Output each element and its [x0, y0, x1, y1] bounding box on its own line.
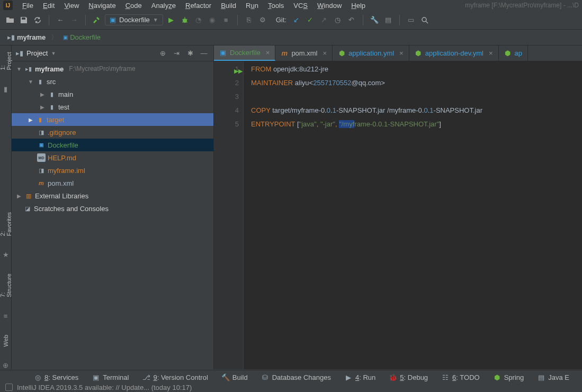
locate-icon[interactable]: ⊕	[157, 48, 168, 59]
gutter[interactable]: ▶▶ 1 2 3 4 5	[214, 61, 244, 369]
menu-view[interactable]: View	[64, 2, 79, 10]
tree-main[interactable]: ▶ ▮ main	[12, 88, 213, 101]
arrow-right-icon[interactable]: ▶	[16, 193, 22, 199]
run-config-selector[interactable]: ▣ Dockerfile ▼	[105, 14, 163, 25]
tool-javae[interactable]: ▤Java E	[538, 373, 569, 381]
toolwindow-toggle-icon[interactable]	[5, 384, 13, 391]
tree-helpmd[interactable]: MD HELP.md	[12, 151, 213, 164]
tree-target[interactable]: ▶ ▮ target	[12, 113, 213, 126]
breadcrumb-root[interactable]: ▸▮ myframe	[4, 32, 49, 42]
menu-refactor[interactable]: Refactor	[185, 2, 211, 10]
project-structure-icon[interactable]: ▤	[382, 14, 394, 26]
menu-tools[interactable]: Tools	[268, 2, 284, 10]
tree-gitignore[interactable]: ◨ .gitignore	[12, 126, 213, 139]
tool-run[interactable]: ▶4: Run	[345, 373, 375, 381]
close-icon[interactable]: ×	[489, 49, 493, 57]
tool-terminal[interactable]: ▣Terminal	[92, 373, 129, 381]
collapse-icon[interactable]: ⇥	[171, 48, 182, 59]
bookmark-icon[interactable]: ▮	[2, 85, 10, 93]
line-number[interactable]: 3	[214, 90, 239, 104]
menu-edit[interactable]: Edit	[43, 2, 55, 10]
tab-pom[interactable]: m pom.xml ×	[275, 45, 333, 61]
stop-icon[interactable]: ■	[220, 14, 232, 26]
git-history-icon[interactable]: ◷	[332, 14, 344, 26]
chevron-down-icon[interactable]: ▼	[51, 51, 56, 56]
open-icon[interactable]	[4, 14, 16, 26]
line-number[interactable]: 4	[214, 104, 239, 117]
tree-pom[interactable]: m pom.xml	[12, 177, 213, 189]
close-icon[interactable]: ×	[323, 49, 327, 57]
menu-help[interactable]: Help	[351, 2, 365, 10]
presentation-icon[interactable]: ▭	[405, 14, 417, 26]
back-icon[interactable]: ←	[55, 14, 66, 26]
tool-db[interactable]: ⛁Database Changes	[262, 373, 331, 381]
code-area[interactable]: ▶▶ 1 2 3 4 5 FROM openjdk:8u212-jreMAINT…	[214, 61, 582, 369]
arrow-right-icon[interactable]: ▶	[39, 104, 46, 110]
menu-navigate[interactable]: Navigate	[88, 2, 115, 10]
tab-application-yml[interactable]: ⬢ application.yml ×	[333, 45, 409, 61]
status-message[interactable]: IntelliJ IDEA 2019.3.5 available: // Upd…	[17, 384, 192, 391]
menu-vcs[interactable]: VCS	[293, 2, 308, 10]
tree-dockerfile[interactable]: ▣ Dockerfile	[12, 139, 213, 151]
tool-debug[interactable]: 🐞5: Debug	[389, 373, 428, 381]
tool-services[interactable]: ◎8: Services	[34, 373, 78, 381]
tool-project[interactable]: 1: Project	[0, 49, 12, 72]
breadcrumb-file[interactable]: ▣ Dockerfile	[60, 32, 104, 42]
tree-src[interactable]: ▼ ▮ src	[12, 75, 213, 88]
menu-file[interactable]: File	[22, 2, 33, 10]
close-icon[interactable]: ×	[266, 49, 270, 57]
menu-window[interactable]: Window	[317, 2, 342, 10]
menu-run[interactable]: Run	[246, 2, 258, 10]
tool-build[interactable]: 🔨Build	[222, 373, 248, 381]
run-gutter-icon[interactable]: ▶▶	[234, 64, 243, 78]
arrow-down-icon[interactable]: ▼	[28, 79, 34, 85]
forward-icon[interactable]: →	[68, 14, 80, 26]
tool-vcs[interactable]: ⎇9: Version Control	[142, 373, 208, 381]
debug-icon[interactable]	[179, 14, 191, 26]
code-content[interactable]: FROM openjdk:8u212-jreMAINTAINER aliyu<2…	[244, 61, 582, 369]
menu-code[interactable]: Code	[126, 2, 142, 10]
run-icon[interactable]: ▶	[165, 14, 177, 26]
profile-icon[interactable]: ◉	[207, 14, 218, 26]
tool-todo[interactable]: ☷6: TODO	[442, 373, 480, 381]
tab-partial[interactable]: ⬢ ap	[499, 45, 528, 61]
menu-analyze[interactable]: Analyze	[151, 2, 176, 10]
tool-favorites[interactable]: 2: Favorites	[0, 210, 12, 238]
arrow-right-icon[interactable]: ▶	[28, 117, 34, 123]
close-icon[interactable]: ×	[399, 49, 404, 57]
structure-icon[interactable]: ≡	[2, 312, 10, 320]
arrow-down-icon[interactable]: ▼	[16, 66, 22, 72]
menu-build[interactable]: Build	[221, 2, 236, 10]
coverage-icon[interactable]: ◔	[193, 14, 204, 26]
save-icon[interactable]	[18, 14, 30, 26]
git-update-icon[interactable]: ↙	[291, 14, 302, 26]
gear-icon[interactable]: ✱	[185, 48, 195, 59]
line-number[interactable]: 2	[214, 76, 239, 90]
tree-scratches[interactable]: ◪ Scratches and Consoles	[12, 202, 213, 215]
tool-structure[interactable]: 7: Structure	[0, 271, 12, 299]
tab-dockerfile[interactable]: ▣ Dockerfile ×	[214, 45, 275, 61]
star-icon[interactable]: ★	[2, 251, 10, 259]
tab-application-dev-yml[interactable]: ⬢ application-dev.yml ×	[409, 45, 499, 61]
services-icon[interactable]: ⚙	[257, 14, 268, 26]
tree-test[interactable]: ▶ ▮ test	[12, 101, 213, 113]
hammer-icon[interactable]	[91, 14, 103, 26]
project-panel-title[interactable]: Project	[26, 49, 48, 57]
git-push-icon[interactable]: ↗	[318, 14, 330, 26]
tree-root[interactable]: ▼ ▸▮ myframe F:\MycreatPro\myframe	[12, 62, 213, 75]
web-icon[interactable]: ⊕	[2, 361, 10, 369]
hide-icon[interactable]: —	[199, 48, 209, 59]
line-number[interactable]: 5	[214, 117, 239, 131]
arrow-right-icon[interactable]: ▶	[39, 92, 46, 97]
git-commit-icon[interactable]: ✓	[305, 14, 316, 26]
attach-icon[interactable]: ⎘	[243, 14, 255, 26]
tree-ext-lib[interactable]: ▶ ▥ External Libraries	[12, 189, 213, 202]
sync-icon[interactable]	[32, 14, 43, 26]
tool-web[interactable]: Web	[3, 333, 9, 349]
git-revert-icon[interactable]: ↶	[346, 14, 357, 26]
tool-spring[interactable]: ⬢Spring	[494, 373, 524, 381]
settings-icon[interactable]: 🔧	[369, 14, 380, 26]
tree-iml[interactable]: ◨ myframe.iml	[12, 164, 213, 177]
project-tree[interactable]: ▼ ▸▮ myframe F:\MycreatPro\myframe ▼ ▮ s…	[12, 61, 213, 369]
search-everywhere-icon[interactable]	[419, 14, 431, 26]
